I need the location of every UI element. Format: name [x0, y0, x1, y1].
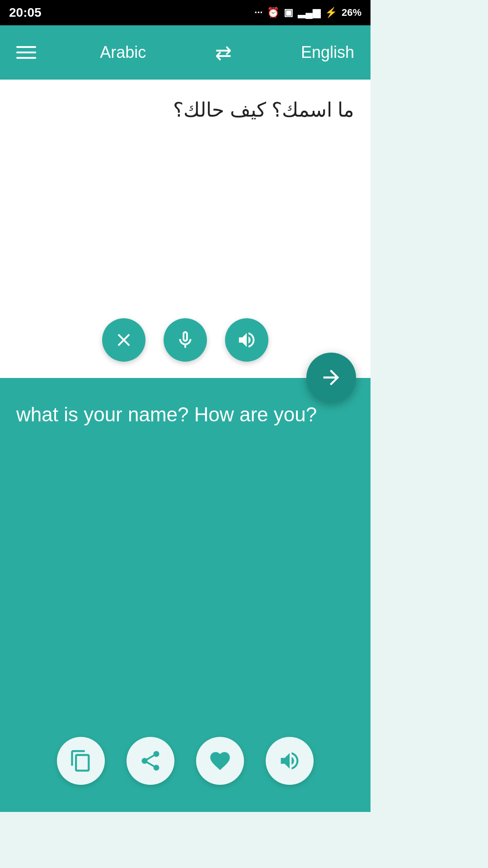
alarm-icon: ⏰ [267, 7, 279, 19]
output-speaker-button[interactable] [266, 737, 314, 785]
translate-button[interactable] [306, 353, 356, 402]
source-text-input[interactable]: ما اسمك؟ كيف حالك؟ [16, 96, 354, 318]
target-language-selector[interactable]: English [301, 43, 354, 62]
menu-line-3 [16, 57, 36, 59]
battery-level: 26% [342, 7, 361, 19]
clear-button[interactable] [102, 318, 145, 362]
microphone-icon [175, 330, 196, 350]
source-speaker-button[interactable] [225, 318, 268, 362]
dots-icon: ··· [254, 7, 263, 19]
status-icons: ··· ⏰ ▣ ▂▄▆ ⚡ 26% [254, 7, 361, 19]
charging-icon: ⚡ [325, 7, 337, 19]
share-button[interactable] [127, 737, 174, 785]
share-icon [139, 749, 162, 773]
heart-icon [208, 749, 232, 773]
source-panel: ما اسمك؟ كيف حالك؟ [0, 80, 371, 378]
swap-languages-button[interactable]: ⇄ [210, 39, 237, 66]
status-time: 20:05 [9, 5, 42, 20]
output-panel: what is your name? How are you? [0, 378, 371, 812]
translate-arrow-icon [319, 366, 343, 389]
swap-icon: ⇄ [215, 41, 232, 64]
menu-line-2 [16, 52, 36, 53]
clear-icon [113, 330, 134, 350]
output-speaker-icon [278, 749, 301, 773]
copy-button[interactable] [57, 737, 105, 785]
favorite-button[interactable] [196, 737, 244, 785]
sim-icon: ▣ [284, 7, 293, 19]
menu-line-1 [16, 46, 36, 48]
microphone-button[interactable] [164, 318, 207, 362]
copy-icon [69, 749, 93, 773]
source-speaker-icon [236, 330, 257, 350]
menu-button[interactable] [16, 46, 36, 59]
output-text: what is your name? How are you? [16, 400, 354, 719]
source-actions [16, 318, 354, 367]
status-bar: 20:05 ··· ⏰ ▣ ▂▄▆ ⚡ 26% [0, 0, 371, 25]
output-actions [16, 737, 354, 796]
source-language-selector[interactable]: Arabic [100, 43, 146, 62]
toolbar: Arabic ⇄ English [0, 25, 371, 80]
signal-icon: ▂▄▆ [298, 7, 320, 19]
